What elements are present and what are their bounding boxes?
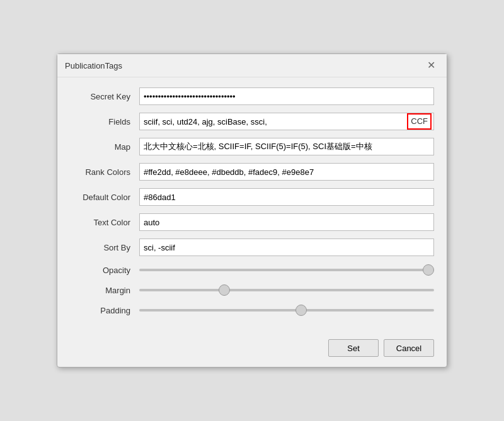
padding-label: Padding [70, 306, 139, 315]
opacity-label: Opacity [70, 266, 139, 275]
close-button[interactable]: ✕ [423, 59, 439, 72]
fields-row: Fields CCF [70, 113, 434, 130]
sort-by-input[interactable] [139, 239, 434, 256]
default-color-row: Default Color [70, 188, 434, 206]
default-color-input[interactable] [139, 188, 434, 206]
cancel-button[interactable]: Cancel [384, 339, 434, 357]
map-label: Map [70, 142, 139, 152]
sort-by-row: Sort By [70, 239, 434, 256]
secret-key-input[interactable] [139, 87, 434, 105]
map-row: Map [70, 138, 434, 155]
padding-row: Padding [70, 304, 434, 317]
sort-by-label: Sort By [70, 243, 139, 252]
rank-colors-row: Rank Colors [70, 163, 434, 181]
text-color-input[interactable] [139, 213, 434, 231]
default-color-label: Default Color [70, 193, 139, 202]
fields-wrapper: CCF [139, 113, 434, 130]
margin-label: Margin [70, 286, 139, 295]
set-button[interactable]: Set [328, 339, 379, 357]
fields-label: Fields [70, 117, 139, 126]
margin-row: Margin [70, 284, 434, 296]
padding-slider[interactable] [139, 309, 434, 312]
secret-key-row: Secret Key [70, 87, 434, 105]
map-input[interactable] [139, 138, 434, 155]
margin-slider[interactable] [139, 289, 434, 291]
text-color-row: Text Color [70, 213, 434, 231]
opacity-slider[interactable] [139, 269, 434, 271]
margin-slider-container [139, 284, 434, 296]
text-color-label: Text Color [70, 218, 139, 227]
title-bar: PublicationTags ✕ [57, 54, 447, 77]
rank-colors-label: Rank Colors [70, 167, 139, 177]
secret-key-label: Secret Key [70, 92, 139, 101]
opacity-row: Opacity [70, 264, 434, 276]
padding-slider-container [139, 304, 434, 317]
form-content: Secret Key Fields CCF Map Rank Colors De… [57, 77, 447, 334]
button-row: Set Cancel [57, 334, 447, 367]
publication-tags-dialog: PublicationTags ✕ Secret Key Fields CCF … [57, 53, 447, 368]
rank-colors-input[interactable] [139, 163, 434, 181]
fields-input[interactable] [139, 113, 434, 130]
opacity-slider-container [139, 264, 434, 276]
dialog-title: PublicationTags [65, 61, 122, 70]
